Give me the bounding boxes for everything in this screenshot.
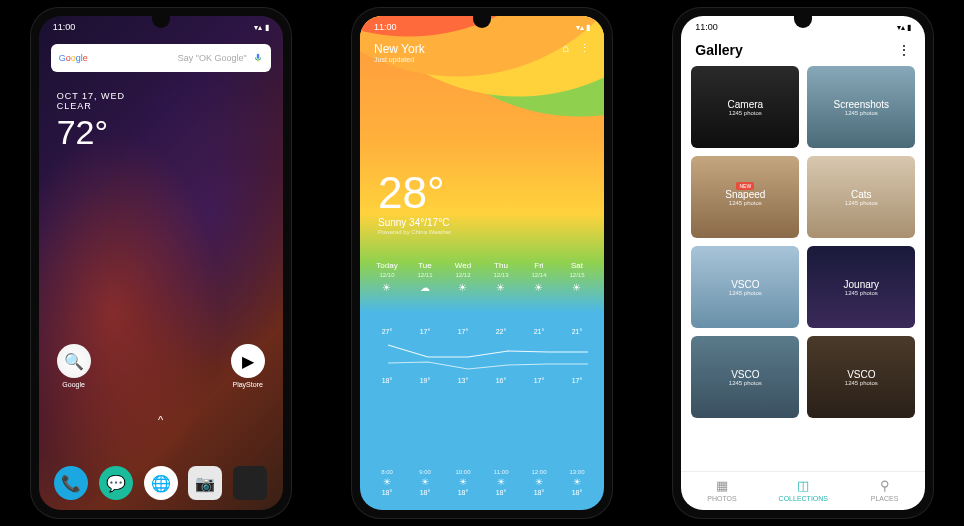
hour-weather-icon: ☀ <box>459 477 467 487</box>
battery-icon: ▮ <box>265 23 269 32</box>
album-count: 1245 photos <box>845 290 878 296</box>
mic-icon[interactable] <box>253 53 263 63</box>
album[interactable]: Camera 1245 photos <box>691 66 799 148</box>
hour-col[interactable]: 9:00 ☀ 18° <box>406 469 444 496</box>
gallery-app-icon[interactable] <box>233 466 267 500</box>
home-date: OCT 17, WED <box>57 91 125 101</box>
tab-collections[interactable]: ◫ COLLECTIONS <box>763 478 844 502</box>
day-name: Today <box>376 261 397 270</box>
lows-row: 18°19°13°16°17°17° <box>368 377 596 384</box>
day-col[interactable]: Wed 12/12 ☀ <box>444 261 482 295</box>
hour-weather-icon: ☀ <box>383 477 391 487</box>
google-logo: Google <box>59 53 88 63</box>
hour-time: 9:00 <box>419 469 431 475</box>
high-temp: 27° <box>368 328 406 335</box>
google-search-bar[interactable]: Google Say "OK Google" <box>51 44 271 72</box>
weather-screen: 11:00 ▾▴ ▮ New York Just updated ⌂ ⋮ 28°… <box>360 16 604 510</box>
hour-weather-icon: ☀ <box>421 477 429 487</box>
messages-app-icon[interactable]: 💬 <box>99 466 133 500</box>
weather-icon: ☀ <box>534 282 543 293</box>
hour-time: 13:00 <box>569 469 584 475</box>
status-time: 11:00 <box>53 22 76 32</box>
low-temp: 18° <box>368 377 406 384</box>
tab-places[interactable]: ⚲ PLACES <box>844 478 925 502</box>
album-name: VSCO <box>731 279 759 290</box>
album-count: 1245 photos <box>729 380 762 386</box>
building-icon[interactable]: ⌂ <box>562 42 569 55</box>
chrome-app-icon[interactable]: 🌐 <box>144 466 178 500</box>
app-label: Google <box>62 381 85 388</box>
home-wallpaper: 11:00 ▾▴ ▮ Google Say "OK Google" OCT 17… <box>39 16 283 510</box>
city-subtitle: Just updated <box>374 56 425 63</box>
day-col[interactable]: Tue 12/11 ☁ <box>406 261 444 295</box>
forecast-days[interactable]: Today 12/10 ☀ Tue 12/11 ☁ Wed 12/12 ☀ Th… <box>360 261 604 295</box>
camera-app-icon[interactable]: 📷 <box>188 466 222 500</box>
home-app-row: 🔍 Google ▶ PlayStore <box>39 344 283 388</box>
day-col[interactable]: Fri 12/14 ☀ <box>520 261 558 295</box>
app-drawer-handle[interactable]: ^ <box>158 414 163 426</box>
more-icon[interactable]: ⋮ <box>897 42 911 58</box>
album-name: Screenshots <box>834 99 890 110</box>
home-temperature: 72° <box>57 113 125 152</box>
places-icon: ⚲ <box>880 478 890 493</box>
temp-chart: 27°17°17°22°21°21° 18°19°13°16°17°17° <box>368 328 596 388</box>
day-col[interactable]: Thu 12/13 ☀ <box>482 261 520 295</box>
city-block[interactable]: New York Just updated <box>374 42 425 63</box>
phone-weather: 11:00 ▾▴ ▮ New York Just updated ⌂ ⋮ 28°… <box>352 8 612 518</box>
album-name: Jounary <box>844 279 880 290</box>
high-temp: 17° <box>406 328 444 335</box>
hour-time: 12:00 <box>531 469 546 475</box>
hour-weather-icon: ☀ <box>535 477 543 487</box>
hour-col[interactable]: 10:00 ☀ 18° <box>444 469 482 496</box>
high-temp: 17° <box>444 328 482 335</box>
hour-temp: 18° <box>458 489 469 496</box>
low-temp: 17° <box>520 377 558 384</box>
album[interactable]: Jounary 1245 photos <box>807 246 915 328</box>
low-temp: 17° <box>558 377 596 384</box>
city-name: New York <box>374 42 425 56</box>
tab-label: PHOTOS <box>707 495 736 502</box>
album-count: 1245 photos <box>845 200 878 206</box>
album-name: Camera <box>728 99 764 110</box>
playstore-app[interactable]: ▶ PlayStore <box>231 344 265 388</box>
hour-col[interactable]: 12:00 ☀ 18° <box>520 469 558 496</box>
new-badge: NEW <box>736 182 754 190</box>
high-temp: 22° <box>482 328 520 335</box>
hour-temp: 18° <box>572 489 583 496</box>
app-label: PlayStore <box>232 381 262 388</box>
album-name: Snapeed <box>725 189 765 200</box>
album[interactable]: VSCO 1245 photos <box>807 336 915 418</box>
day-col[interactable]: Sat 12/15 ☀ <box>558 261 596 295</box>
album-name: Cats <box>851 189 872 200</box>
status-time: 11:00 <box>695 22 718 32</box>
album[interactable]: Screenshots 1245 photos <box>807 66 915 148</box>
tab-photos[interactable]: ▦ PHOTOS <box>681 478 762 502</box>
hour-col[interactable]: 13:00 ☀ 18° <box>558 469 596 496</box>
weather-header: New York Just updated ⌂ ⋮ <box>374 42 590 63</box>
weather-icon: ☀ <box>496 282 505 293</box>
current-weather: 28° Sunny 34°/17°C Powered by China Weat… <box>378 171 451 235</box>
hour-temp: 18° <box>420 489 431 496</box>
hour-col[interactable]: 11:00 ☀ 18° <box>482 469 520 496</box>
phone-app-icon[interactable]: 📞 <box>54 466 88 500</box>
album[interactable]: Cats 1245 photos <box>807 156 915 238</box>
google-folder-icon: 🔍 <box>57 344 91 378</box>
more-icon[interactable]: ⋮ <box>579 42 590 55</box>
day-col[interactable]: Today 12/10 ☀ <box>368 261 406 295</box>
album[interactable]: NEW Snapeed 1245 photos <box>691 156 799 238</box>
signal-icon: ▾▴ <box>254 23 262 32</box>
album[interactable]: VSCO 1245 photos <box>691 246 799 328</box>
hourly-forecast[interactable]: 8:00 ☀ 18° 9:00 ☀ 18° 10:00 ☀ 18° 11:00 … <box>360 469 604 496</box>
search-placeholder: Say "OK Google" <box>94 53 247 63</box>
phone-home: 11:00 ▾▴ ▮ Google Say "OK Google" OCT 17… <box>31 8 291 518</box>
hour-col[interactable]: 8:00 ☀ 18° <box>368 469 406 496</box>
day-date: 12/15 <box>569 272 584 278</box>
google-app[interactable]: 🔍 Google <box>57 344 91 388</box>
high-temp: 21° <box>558 328 596 335</box>
home-widget[interactable]: OCT 17, WED CLEAR 72° <box>57 91 125 152</box>
tab-label: PLACES <box>871 495 899 502</box>
hour-time: 8:00 <box>381 469 393 475</box>
album-grid[interactable]: Camera 1245 photos Screenshots 1245 phot… <box>681 66 925 471</box>
weather-summary: Sunny 34°/17°C <box>378 217 451 228</box>
album[interactable]: VSCO 1245 photos <box>691 336 799 418</box>
